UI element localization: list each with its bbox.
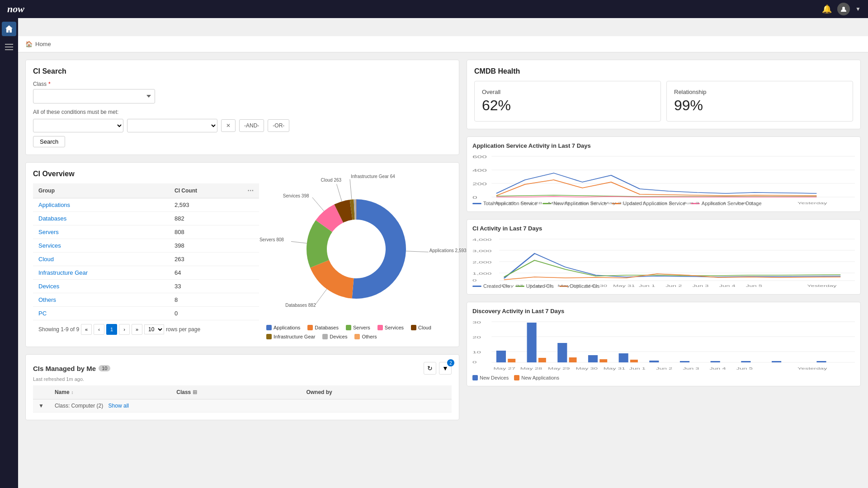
relationship-value: 99% (674, 97, 845, 114)
svg-line-4 (406, 251, 429, 252)
managed-cis-table: Name ↕ Class ⊞ Owned by (33, 385, 452, 413)
svg-text:May 27: May 27 (501, 284, 523, 287)
donut-slice-databases (310, 260, 354, 299)
svg-text:Jun 2: Jun 2 (656, 202, 672, 205)
svg-rect-72 (741, 361, 750, 362)
rows-per-page-select[interactable]: 10 25 50 (144, 324, 164, 334)
app-service-chart-area: 600 400 200 0 (472, 153, 855, 198)
svg-text:600: 600 (472, 155, 487, 159)
svg-rect-77 (569, 357, 577, 362)
table-row: Devices33 (33, 280, 259, 293)
svg-text:Jun 5: Jun 5 (746, 284, 762, 287)
svg-rect-1 (5, 44, 13, 45)
svg-text:May 29: May 29 (548, 202, 570, 205)
sidebar-menu-icon[interactable] (2, 40, 16, 54)
overall-label: Overall (482, 89, 653, 95)
svg-text:May 30: May 30 (585, 284, 607, 287)
managed-actions-row: ↻ ▼ 2 (424, 362, 452, 375)
pagination-bar: Showing 1-9 of 9 « ‹ 1 › » 10 25 50 ro (33, 320, 259, 338)
svg-text:0: 0 (472, 360, 476, 364)
ci-activity-chart-area: 4,000 3,000 2,000 1,000 0 (472, 235, 855, 281)
svg-text:May 28: May 28 (520, 202, 542, 205)
svg-text:400: 400 (472, 168, 487, 173)
current-page-btn[interactable]: 1 (106, 324, 117, 335)
search-button[interactable]: Search (33, 136, 65, 147)
svg-text:Yesterday: Yesterday (807, 284, 836, 287)
prev-page-btn[interactable]: ‹ (94, 324, 104, 335)
notification-icon[interactable]: 🔔 (822, 4, 832, 14)
group-link[interactable]: Applications (38, 202, 70, 208)
svg-text:0: 0 (472, 278, 476, 282)
user-avatar[interactable] (837, 3, 850, 15)
cmdb-health-title: CMDB Health (474, 67, 853, 75)
last-page-btn[interactable]: » (132, 324, 142, 335)
svg-text:Applications  2,593: Applications 2,593 (429, 248, 467, 253)
condition-field-select[interactable] (33, 119, 123, 132)
svg-text:Jun 1: Jun 1 (639, 284, 655, 287)
condition-or-button[interactable]: -OR- (268, 119, 289, 132)
user-dropdown-icon[interactable]: ▼ (855, 6, 861, 12)
group-link[interactable]: Others (38, 296, 56, 303)
group-link[interactable]: Services (38, 242, 61, 249)
next-page-btn[interactable]: › (119, 324, 130, 335)
ci-activity-chart-title: CI Activity in Last 7 Days (472, 225, 855, 232)
svg-line-6 (315, 289, 327, 305)
overall-health-metric: Overall 62% (474, 81, 661, 122)
svg-text:May 28: May 28 (520, 367, 542, 370)
ci-overview-content: Group CI Count ⋯ (33, 183, 452, 339)
table-row: Servers808 (33, 225, 259, 239)
app-service-chart-section: Application Service Activity in Last 7 D… (467, 136, 861, 212)
discovery-chart-section: Discovery Activity in Last 7 Days 30 20 … (467, 302, 861, 386)
svg-text:Jun 4: Jun 4 (710, 367, 726, 370)
svg-text:2,000: 2,000 (472, 260, 491, 264)
group-link[interactable]: PC (38, 310, 47, 317)
top-navigation: now 🔔 ▼ (0, 0, 868, 18)
overall-value: 62% (482, 97, 653, 114)
svg-text:Servers  808: Servers 808 (259, 237, 284, 242)
condition-remove-button[interactable]: ✕ (221, 119, 236, 132)
svg-rect-73 (772, 361, 781, 362)
class-label: Class (33, 81, 47, 87)
column-options-icon[interactable]: ⋯ (247, 187, 254, 194)
cmdb-health-section: CMDB Health Overall 62% Relationship 99% (467, 60, 861, 129)
group-link[interactable]: Infrastructure Gear (38, 269, 88, 276)
filter-count-badge: 2 (447, 359, 454, 366)
svg-text:Jun 1: Jun 1 (629, 202, 646, 205)
condition-op-select[interactable] (127, 119, 217, 132)
filter-button-wrap: ▼ 2 (439, 362, 452, 375)
group-link[interactable]: Cloud (38, 256, 54, 263)
group-link[interactable]: Devices (38, 283, 59, 290)
show-all-link[interactable]: Show all (108, 403, 129, 409)
conditions-label: All of these conditions must be met: (33, 109, 452, 115)
managed-cis-section: CIs Managed by Me 10 ↻ ▼ 2 Last refreshe… (25, 354, 459, 420)
svg-rect-69 (649, 361, 659, 362)
svg-text:May 27: May 27 (494, 367, 515, 370)
svg-text:Jun 5: Jun 5 (736, 202, 753, 205)
svg-rect-66 (557, 343, 567, 362)
group-link[interactable]: Servers (38, 229, 59, 235)
group-link[interactable]: Databases (38, 215, 66, 222)
sidebar-home-icon[interactable] (2, 22, 16, 36)
expand-col-header (33, 385, 49, 399)
group-row: ▼ Class: Computer (2) Show all (33, 399, 452, 413)
svg-text:Yesterday: Yesterday (797, 367, 827, 370)
group-column-header: Group (33, 183, 169, 198)
svg-text:Jun 5: Jun 5 (736, 367, 753, 370)
group-collapse-icon[interactable]: ▼ (38, 403, 44, 409)
owned-by-col-header: Owned by (301, 385, 452, 399)
app-logo: now (7, 3, 24, 15)
svg-text:3,000: 3,000 (472, 249, 491, 253)
class-select[interactable] (33, 89, 155, 103)
right-panel: CMDB Health Overall 62% Relationship 99%… (467, 60, 861, 488)
first-page-btn[interactable]: « (81, 324, 92, 335)
svg-text:May 29: May 29 (557, 284, 579, 287)
table-row: Cloud263 (33, 253, 259, 266)
ci-count-column-header: CI Count ⋯ (169, 183, 259, 198)
svg-rect-65 (527, 323, 537, 362)
svg-text:May 29: May 29 (548, 367, 570, 370)
rows-per-page-label: rows per page (166, 326, 200, 333)
svg-text:Infrastructure Gear  64: Infrastructure Gear 64 (351, 174, 395, 179)
condition-and-button[interactable]: -AND- (239, 119, 264, 132)
refresh-button[interactable]: ↻ (424, 362, 436, 375)
svg-text:30: 30 (472, 320, 481, 324)
